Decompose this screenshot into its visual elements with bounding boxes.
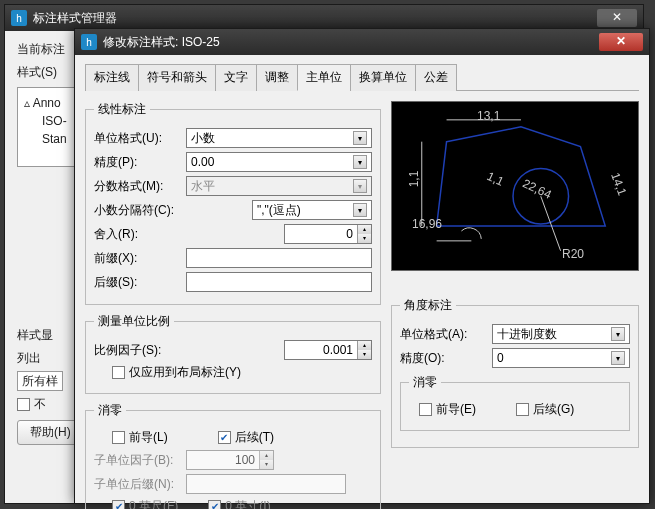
preview-dim-left: 1,1 xyxy=(407,171,421,188)
angle-dim-group: 角度标注 单位格式(A): 十进制度数▾ 精度(O): 0▾ 消零 前导(E) … xyxy=(391,297,639,448)
decimal-sep-label: 小数分隔符(C): xyxy=(94,202,180,219)
prefix-input[interactable] xyxy=(186,248,372,268)
linear-legend: 线性标注 xyxy=(94,101,150,118)
layout-only-checkbox[interactable]: 仅应用到布局标注(Y) xyxy=(112,364,241,381)
scale-factor-spinner[interactable]: 0.001▴▾ xyxy=(284,340,372,360)
fraction-format-label: 分数格式(M): xyxy=(94,178,180,195)
scale-factor-label: 比例因子(S): xyxy=(94,342,180,359)
chevron-down-icon: ▾ xyxy=(353,155,367,169)
subfactor-spinner: 100▴▾ xyxy=(186,450,274,470)
angle-precision-select[interactable]: 0▾ xyxy=(492,348,630,368)
angle-unit-format-label: 单位格式(A): xyxy=(400,326,486,343)
tab-fit[interactable]: 调整 xyxy=(256,64,298,91)
scale-group: 测量单位比例 比例因子(S): 0.001▴▾ 仅应用到布局标注(Y) xyxy=(85,313,381,394)
preview-dim-top: 13,1 xyxy=(477,109,500,123)
angle-trailing-checkbox[interactable]: 后续(G) xyxy=(516,401,574,418)
angle-legend: 角度标注 xyxy=(400,297,456,314)
tab-dimlines[interactable]: 标注线 xyxy=(85,64,139,91)
tab-symbols[interactable]: 符号和箭头 xyxy=(138,64,216,91)
angle-zero-legend: 消零 xyxy=(409,374,441,391)
close-button[interactable]: ✕ xyxy=(599,33,643,51)
tab-alt-units[interactable]: 换算单位 xyxy=(350,64,416,91)
tab-primary-units[interactable]: 主单位 xyxy=(297,64,351,91)
chevron-down-icon: ▾ xyxy=(611,351,625,365)
feet-checkbox: ✔0 英尺(F) xyxy=(112,498,178,509)
prefix-label: 前缀(X): xyxy=(94,250,180,267)
modify-dim-style-dialog: h 修改标注样式: ISO-25 ✕ 标注线 符号和箭头 文字 调整 主单位 换… xyxy=(74,28,650,504)
leading-checkbox[interactable]: 前导(L) xyxy=(112,429,168,446)
preview-panel: 13,1 1,1 1,1 22,64 16,96 14,1 R20 xyxy=(391,101,639,271)
unit-format-select[interactable]: 小数▾ xyxy=(186,128,372,148)
suffix-label: 后缀(S): xyxy=(94,274,180,291)
angle-zero-group: 消零 前导(E) 后续(G) xyxy=(400,374,630,431)
angle-precision-label: 精度(O): xyxy=(400,350,486,367)
angle-unit-format-select[interactable]: 十进制度数▾ xyxy=(492,324,630,344)
round-spinner[interactable]: 0▴▾ xyxy=(284,224,372,244)
child-title-text: 修改标注样式: ISO-25 xyxy=(103,34,220,51)
child-titlebar: h 修改标注样式: ISO-25 ✕ xyxy=(75,29,649,55)
unit-format-label: 单位格式(U): xyxy=(94,130,180,147)
app-icon: h xyxy=(11,10,27,26)
zero-legend: 消零 xyxy=(94,402,126,419)
chevron-down-icon: ▾ xyxy=(353,203,367,217)
angle-leading-checkbox[interactable]: 前导(E) xyxy=(419,401,476,418)
subsuffix-input xyxy=(186,474,346,494)
parent-close-button[interactable]: ✕ xyxy=(597,9,637,27)
suffix-input[interactable] xyxy=(186,272,372,292)
decimal-sep-select[interactable]: ","(逗点)▾ xyxy=(252,200,372,220)
app-icon: h xyxy=(81,34,97,50)
not-checkbox[interactable]: 不 xyxy=(17,396,46,413)
subfactor-label: 子单位因子(B): xyxy=(94,452,180,469)
tab-tolerance[interactable]: 公差 xyxy=(415,64,457,91)
preview-dim-bottom: 16,96 xyxy=(412,217,442,231)
chevron-down-icon: ▾ xyxy=(353,179,367,193)
precision-label: 精度(P): xyxy=(94,154,180,171)
zero-suppression-group: 消零 前导(L) ✔后续(T) 子单位因子(B): 100▴▾ 子单位后缀(N)… xyxy=(85,402,381,509)
chevron-down-icon: ▾ xyxy=(611,327,625,341)
list-filter-select[interactable]: 所有样 xyxy=(17,371,63,391)
subsuffix-label: 子单位后缀(N): xyxy=(94,476,180,493)
scale-legend: 测量单位比例 xyxy=(94,313,174,330)
round-label: 舍入(R): xyxy=(94,226,180,243)
tab-text[interactable]: 文字 xyxy=(215,64,257,91)
style-display-label: 样式显 xyxy=(17,328,53,342)
trailing-checkbox[interactable]: ✔后续(T) xyxy=(218,429,274,446)
fraction-format-select: 水平▾ xyxy=(186,176,372,196)
linear-dim-group: 线性标注 单位格式(U): 小数▾ 精度(P): 0.00▾ 分数格式(M): … xyxy=(85,101,381,305)
parent-title-text: 标注样式管理器 xyxy=(33,10,117,27)
list-label: 列出 xyxy=(17,351,41,365)
tabs: 标注线 符号和箭头 文字 调整 主单位 换算单位 公差 xyxy=(85,63,639,91)
inch-checkbox: ✔0 英寸(I) xyxy=(208,498,270,509)
chevron-down-icon: ▾ xyxy=(353,131,367,145)
preview-radius: R20 xyxy=(562,247,584,261)
precision-select[interactable]: 0.00▾ xyxy=(186,152,372,172)
